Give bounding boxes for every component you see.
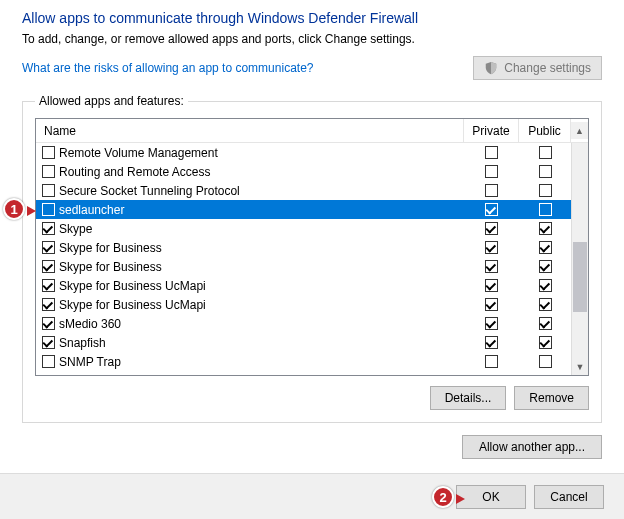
page-title: Allow apps to communicate through Window… (22, 10, 602, 26)
table-header: Name Private Public ▲ (36, 119, 588, 143)
header-scroll-spacer: ▲ (571, 122, 588, 139)
app-enabled-checkbox[interactable] (42, 165, 55, 178)
table-row[interactable]: Secure Socket Tunneling Protocol (36, 181, 571, 200)
app-name-label: SNMP Trap (59, 355, 121, 369)
app-name-label: Remote Volume Management (59, 146, 218, 160)
app-enabled-checkbox[interactable] (42, 184, 55, 197)
app-enabled-checkbox[interactable] (42, 241, 55, 254)
private-checkbox[interactable] (485, 146, 498, 159)
private-checkbox[interactable] (485, 165, 498, 178)
allow-another-app-button[interactable]: Allow another app... (462, 435, 602, 459)
table-row[interactable]: Snapfish (36, 333, 571, 352)
app-enabled-checkbox[interactable] (42, 222, 55, 235)
table-row[interactable]: Skype for Business (36, 238, 571, 257)
app-enabled-checkbox[interactable] (42, 355, 55, 368)
annotation-badge-2: 2 (432, 486, 454, 508)
header-name[interactable]: Name (36, 119, 464, 142)
risks-link[interactable]: What are the risks of allowing an app to… (22, 61, 313, 75)
apps-table: Name Private Public ▲ Remote Volume Mana… (35, 118, 589, 376)
app-name-label: sMedio 360 (59, 317, 121, 331)
app-enabled-checkbox[interactable] (42, 260, 55, 273)
private-checkbox[interactable] (485, 279, 498, 292)
public-checkbox[interactable] (539, 298, 552, 311)
annotation-badge-1: 1 (3, 198, 25, 220)
private-checkbox[interactable] (485, 241, 498, 254)
private-checkbox[interactable] (485, 222, 498, 235)
details-button[interactable]: Details... (430, 386, 507, 410)
private-checkbox[interactable] (485, 203, 498, 216)
app-name-label: Skype for Business UcMapi (59, 279, 206, 293)
table-row[interactable]: Routing and Remote Access (36, 162, 571, 181)
private-checkbox[interactable] (485, 336, 498, 349)
app-enabled-checkbox[interactable] (42, 336, 55, 349)
scrollbar-thumb[interactable] (573, 242, 587, 312)
private-checkbox[interactable] (485, 260, 498, 273)
table-row[interactable]: sedlauncher (36, 200, 571, 219)
public-checkbox[interactable] (539, 317, 552, 330)
app-name-label: Skype for Business UcMapi (59, 298, 206, 312)
remove-button[interactable]: Remove (514, 386, 589, 410)
public-checkbox[interactable] (539, 165, 552, 178)
private-checkbox[interactable] (485, 184, 498, 197)
public-checkbox[interactable] (539, 203, 552, 216)
public-checkbox[interactable] (539, 279, 552, 292)
private-checkbox[interactable] (485, 355, 498, 368)
app-enabled-checkbox[interactable] (42, 203, 55, 216)
apps-rows[interactable]: Remote Volume ManagementRouting and Remo… (36, 143, 571, 375)
table-row[interactable]: sMedio 360 (36, 314, 571, 333)
app-name-label: Routing and Remote Access (59, 165, 210, 179)
dialog-footer: OK Cancel (0, 473, 624, 519)
vertical-scrollbar[interactable]: ▼ (571, 143, 588, 375)
public-checkbox[interactable] (539, 355, 552, 368)
app-name-label: Skype for Business (59, 241, 162, 255)
app-enabled-checkbox[interactable] (42, 298, 55, 311)
public-checkbox[interactable] (539, 336, 552, 349)
app-name-label: sedlauncher (59, 203, 124, 217)
page-subtitle: To add, change, or remove allowed apps a… (22, 32, 602, 46)
allowed-apps-fieldset: Allowed apps and features: Name Private … (22, 94, 602, 423)
public-checkbox[interactable] (539, 222, 552, 235)
scrollbar-track[interactable] (572, 143, 588, 358)
table-row[interactable]: Remote Volume Management (36, 143, 571, 162)
public-checkbox[interactable] (539, 260, 552, 273)
arrow-icon (456, 494, 465, 504)
app-enabled-checkbox[interactable] (42, 317, 55, 330)
ok-button[interactable]: OK (456, 485, 526, 509)
change-settings-label: Change settings (504, 61, 591, 75)
arrow-icon (27, 206, 36, 216)
app-enabled-checkbox[interactable] (42, 279, 55, 292)
public-checkbox[interactable] (539, 241, 552, 254)
scroll-up-button[interactable]: ▲ (571, 122, 588, 139)
header-private[interactable]: Private (464, 119, 519, 142)
app-name-label: Skype for Business (59, 260, 162, 274)
shield-icon (484, 61, 498, 75)
table-row[interactable]: Skype for Business UcMapi (36, 276, 571, 295)
app-name-label: Snapfish (59, 336, 106, 350)
annotation-badge-1-label: 1 (10, 202, 17, 217)
app-enabled-checkbox[interactable] (42, 146, 55, 159)
change-settings-button[interactable]: Change settings (473, 56, 602, 80)
table-row[interactable]: SNMP Trap (36, 352, 571, 371)
public-checkbox[interactable] (539, 146, 552, 159)
private-checkbox[interactable] (485, 298, 498, 311)
app-name-label: Skype (59, 222, 92, 236)
table-row[interactable]: Skype (36, 219, 571, 238)
allowed-apps-legend: Allowed apps and features: (35, 94, 188, 108)
annotation-badge-2-label: 2 (439, 490, 446, 505)
public-checkbox[interactable] (539, 184, 552, 197)
table-row[interactable]: Skype for Business UcMapi (36, 295, 571, 314)
app-name-label: Secure Socket Tunneling Protocol (59, 184, 240, 198)
header-public[interactable]: Public (519, 119, 571, 142)
table-row[interactable]: Skype for Business (36, 257, 571, 276)
private-checkbox[interactable] (485, 317, 498, 330)
scroll-down-button[interactable]: ▼ (572, 358, 588, 375)
cancel-button[interactable]: Cancel (534, 485, 604, 509)
